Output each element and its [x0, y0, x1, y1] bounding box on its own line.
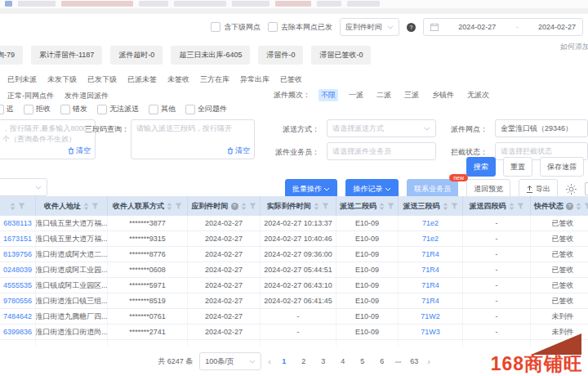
info-icon[interactable]: ?	[231, 203, 238, 210]
top-tab[interactable]	[61, 1, 133, 7]
page-button[interactable]: 3	[317, 357, 330, 365]
how-to-add-filter-link[interactable]: 如何添加速筛	[560, 42, 588, 52]
checkbox-icon[interactable]	[97, 105, 107, 114]
page-button[interactable]: 4	[336, 357, 350, 365]
sort-icon[interactable]	[443, 203, 448, 210]
column-header[interactable]: 派送四段码	[463, 196, 531, 216]
filter-funnel-icon[interactable]	[249, 203, 256, 210]
status-link[interactable]: 已到未派	[7, 74, 37, 85]
page-size-select[interactable]: 100条/页	[199, 352, 261, 370]
exclude-sent-checkbox[interactable]: 去除本网点已发	[268, 22, 332, 33]
frequency-option[interactable]: 乡镇件	[430, 89, 457, 101]
reset-button[interactable]: 重置	[503, 157, 532, 177]
column-header[interactable]: 实际到件时间	[261, 196, 336, 216]
checkbox-icon[interactable]	[60, 105, 70, 114]
waybill-column-header[interactable]	[0, 196, 36, 216]
time-field-select[interactable]: 应到件时间	[340, 18, 399, 36]
checkbox-icon[interactable]	[24, 105, 33, 114]
sort-icon[interactable]	[241, 203, 247, 210]
status-link[interactable]: 已发下级	[87, 74, 117, 85]
method-select[interactable]: 请选择派送方式	[327, 119, 436, 137]
filter-funnel-icon[interactable]	[18, 203, 25, 210]
problem-checkbox[interactable]: 全问题件	[185, 104, 227, 114]
clear-waybill-button[interactable]: 清空	[68, 145, 91, 156]
status-link[interactable]: 已签收	[280, 74, 302, 85]
problem-checkbox[interactable]: 无法派送	[97, 104, 139, 114]
status-link[interactable]: 发件退回派件	[65, 91, 109, 101]
waybill-link[interactable]: 9780556	[3, 297, 32, 305]
page-button[interactable]: 6	[376, 357, 389, 365]
waybill-link[interactable]: 1673151	[3, 235, 32, 243]
clear-segment-button[interactable]: 清空	[227, 145, 250, 156]
segment3-link[interactable]: 71R4	[421, 297, 439, 305]
filter-funnel-icon[interactable]	[584, 203, 588, 210]
page-button-active[interactable]: 1	[278, 357, 291, 365]
top-tab[interactable]	[5, 1, 12, 7]
prev-page-button[interactable]: ‹	[268, 356, 271, 366]
segment-code-textarea[interactable]: 请输入派送三段码，按行隔开 清空	[131, 119, 255, 159]
column-header[interactable]: 应到件时间 ?	[188, 196, 261, 216]
column-header[interactable]: 收件人联系方式	[108, 196, 188, 216]
checkbox-icon[interactable]	[0, 105, 4, 114]
segment3-link[interactable]: 71W2	[421, 312, 440, 320]
column-header[interactable]: 派送三段码	[399, 196, 463, 216]
filter-funnel-icon[interactable]	[175, 203, 182, 210]
search-button[interactable]: 搜索	[466, 157, 496, 177]
status-link[interactable]: 异常出库	[240, 74, 270, 85]
status-link[interactable]: 未发下级	[47, 74, 77, 85]
sort-icon[interactable]	[379, 203, 385, 210]
more-pages-ellipsis[interactable]: •••	[395, 359, 401, 365]
sort-icon[interactable]	[576, 203, 581, 210]
top-tab[interactable]	[139, 1, 168, 7]
filter-funnel-icon[interactable]	[517, 203, 524, 210]
include-sub-checkbox[interactable]: 含下级网点	[211, 22, 261, 33]
column-settings-icon[interactable]	[585, 182, 588, 195]
page-button[interactable]: 2	[297, 357, 310, 365]
top-tab[interactable]	[317, 1, 341, 7]
sort-icon[interactable]	[10, 203, 16, 210]
courier-select[interactable]: 请选择派件业务员	[327, 142, 436, 160]
problem-checkbox[interactable]: 拒收	[24, 104, 51, 114]
checkbox-icon[interactable]	[211, 22, 220, 32]
waybill-link[interactable]: 7484642	[3, 312, 32, 320]
stat-tab[interactable]: 超三日未出库-6405	[171, 46, 250, 65]
segment3-link[interactable]: 71R4	[421, 266, 439, 274]
problem-checkbox[interactable]: 迟	[0, 104, 14, 114]
sort-icon[interactable]	[509, 203, 514, 210]
column-header[interactable]: 派送二段码	[336, 196, 399, 216]
column-header[interactable]: 收件人地址	[36, 196, 108, 216]
top-tab[interactable]	[18, 1, 56, 7]
frequency-option[interactable]: 三派	[402, 89, 421, 101]
date-range-picker[interactable]: 2024-02-27 - 2024-02-27	[423, 18, 583, 36]
help-icon[interactable]: ?	[407, 23, 416, 32]
checkbox-icon[interactable]	[185, 105, 195, 114]
frequency-option-selected[interactable]: 不限	[318, 89, 338, 101]
filter-funnel-icon[interactable]	[451, 203, 458, 210]
stat-tab[interactable]: 派件超时-0	[110, 46, 163, 65]
frequency-option[interactable]: 二派	[374, 89, 394, 101]
frequency-option[interactable]: 一派	[346, 89, 366, 101]
status-link[interactable]: 已派未签	[127, 74, 157, 85]
page-button-last[interactable]: 63	[408, 357, 421, 365]
date-end[interactable]: 2024-02-27	[538, 23, 576, 31]
segment3-link[interactable]: 71e2	[422, 219, 439, 227]
segment3-link[interactable]: 71R4	[421, 281, 439, 289]
table-settings-gear-icon[interactable]	[566, 184, 577, 195]
stat-tab[interactable]: 累计滞留件-1187	[31, 46, 102, 65]
filter-funnel-icon[interactable]	[91, 203, 99, 210]
batch-scope-select[interactable]	[0, 178, 47, 196]
stat-tab[interactable]: 滞留件-0	[258, 46, 303, 65]
waybill-link[interactable]: 6399836	[3, 328, 32, 336]
next-page-button[interactable]: ›	[427, 356, 430, 366]
top-tab[interactable]	[275, 1, 311, 7]
sort-icon[interactable]	[167, 203, 172, 210]
page-button[interactable]: 5	[356, 357, 369, 365]
top-tab[interactable]	[347, 1, 380, 7]
info-icon[interactable]: ?	[566, 203, 573, 210]
sort-icon[interactable]	[314, 203, 319, 210]
segment3-link[interactable]: 71e2	[422, 235, 439, 243]
status-link[interactable]: 三方在库	[200, 74, 229, 85]
problem-checkbox[interactable]: 错发	[60, 104, 87, 114]
stat-tab[interactable]: 询-79	[0, 46, 23, 65]
top-tab[interactable]	[232, 1, 270, 7]
